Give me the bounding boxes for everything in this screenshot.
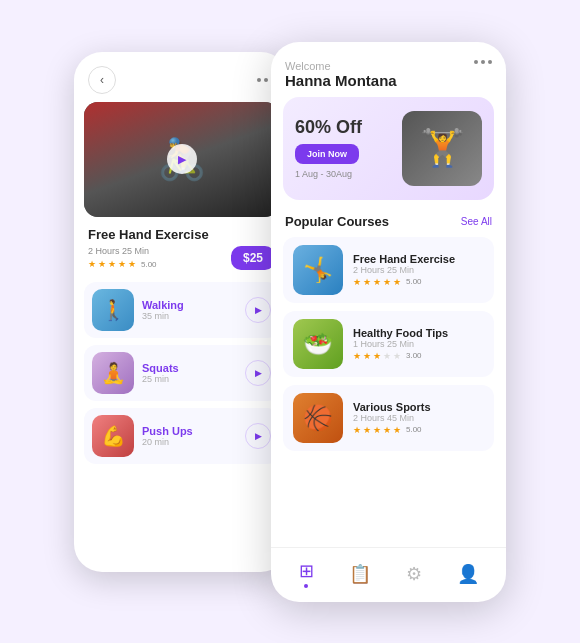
dot2 — [264, 78, 268, 82]
s1: ★ — [353, 277, 361, 287]
user-name: Hanna Montana — [285, 72, 397, 89]
f4: ★ — [383, 351, 391, 361]
nav-active-dot — [304, 584, 308, 588]
right-phone: Welcome Hanna Montana 60% Off Join Now 1… — [271, 42, 506, 602]
home-icon: ⊞ — [299, 560, 314, 582]
promo-content: 60% Off Join Now 1 Aug - 30Aug — [295, 117, 402, 179]
course-name-exercise: Free Hand Exercise — [353, 253, 484, 265]
section-header: Popular Courses See All — [271, 210, 506, 237]
course-name-sports: Various Sports — [353, 401, 484, 413]
exercise-item-walking[interactable]: 🚶 Walking 35 min ▶ — [84, 282, 279, 338]
s3: ★ — [373, 277, 381, 287]
course-thumb-sports: 🏀 — [293, 393, 343, 443]
sp3: ★ — [373, 425, 381, 435]
right-more-options[interactable] — [474, 60, 492, 64]
welcome-text: Welcome — [285, 60, 397, 72]
dot1 — [257, 78, 261, 82]
left-phone-topbar: ‹ — [74, 52, 289, 102]
exercise-info-squats: Squats 25 min — [142, 362, 237, 384]
back-button[interactable]: ‹ — [88, 66, 116, 94]
exercise-duration-pushups: 20 min — [142, 437, 237, 447]
star2: ★ — [98, 259, 106, 269]
settings-icon: ⚙ — [406, 563, 422, 585]
exercise-info-walking: Walking 35 min — [142, 299, 237, 321]
hero-video: ▶ — [84, 102, 279, 217]
nav-home[interactable]: ⊞ — [299, 560, 314, 588]
nav-courses[interactable]: 📋 — [349, 563, 371, 585]
rdot3 — [488, 60, 492, 64]
course-title: Free Hand Exercise — [88, 227, 275, 242]
course-stars-sports: ★ ★ ★ ★ ★ 5.00 — [353, 425, 484, 435]
exercise-thumb-walking: 🚶 — [92, 289, 134, 331]
exercise-info-pushups: Push Ups 20 min — [142, 425, 237, 447]
exercise-play-walking[interactable]: ▶ — [245, 297, 271, 323]
exercise-play-squats[interactable]: ▶ — [245, 360, 271, 386]
promo-image: 🏋️ — [402, 111, 482, 186]
course-item-sports[interactable]: 🏀 Various Sports 2 Hours 45 Min ★ ★ ★ ★ … — [283, 385, 494, 451]
course-details-food: Healthy Food Tips 1 Hours 25 Min ★ ★ ★ ★… — [353, 327, 484, 361]
exercise-name-walking: Walking — [142, 299, 237, 311]
exercise-duration-squats: 25 min — [142, 374, 237, 384]
course-dur-exercise: 2 Hours 25 Min — [353, 265, 484, 275]
rating-value: 5.00 — [141, 260, 157, 269]
sp2: ★ — [363, 425, 371, 435]
header-user-info: Welcome Hanna Montana — [285, 60, 397, 89]
right-header: Welcome Hanna Montana — [271, 42, 506, 97]
see-all-button[interactable]: See All — [461, 216, 492, 227]
course-item-exercise[interactable]: 🤸 Free Hand Exercise 2 Hours 25 Min ★ ★ … — [283, 237, 494, 303]
course-details-exercise: Free Hand Exercise 2 Hours 25 Min ★ ★ ★ … — [353, 253, 484, 287]
hero-image: ▶ — [84, 102, 279, 217]
play-button[interactable]: ▶ — [167, 144, 197, 174]
course-list: 🤸 Free Hand Exercise 2 Hours 25 Min ★ ★ … — [271, 237, 506, 539]
course-details-sports: Various Sports 2 Hours 45 Min ★ ★ ★ ★ ★ … — [353, 401, 484, 435]
left-phone: ‹ ▶ Free Hand Exercise 2 Hours 25 Min ★ … — [74, 52, 289, 572]
course-name-food: Healthy Food Tips — [353, 327, 484, 339]
star4: ★ — [118, 259, 126, 269]
exercise-play-pushups[interactable]: ▶ — [245, 423, 271, 449]
price-badge: $25 — [231, 246, 275, 270]
s5: ★ — [393, 277, 401, 287]
rating-sports: 5.00 — [406, 425, 422, 434]
exercise-duration-walking: 35 min — [142, 311, 237, 321]
course-thumb-food: 🥗 — [293, 319, 343, 369]
course-dur-sports: 2 Hours 45 Min — [353, 413, 484, 423]
nav-profile[interactable]: 👤 — [457, 563, 479, 585]
course-duration: 2 Hours 25 Min — [88, 246, 157, 256]
section-title: Popular Courses — [285, 214, 389, 229]
exercise-thumb-squats: 🧘 — [92, 352, 134, 394]
exercise-thumb-pushups: 💪 — [92, 415, 134, 457]
exercise-item-pushups[interactable]: 💪 Push Ups 20 min ▶ — [84, 408, 279, 464]
sp5: ★ — [393, 425, 401, 435]
join-button[interactable]: Join Now — [295, 144, 359, 164]
sp1: ★ — [353, 425, 361, 435]
course-meta: 2 Hours 25 Min ★ ★ ★ ★ ★ 5.00 $25 — [88, 246, 275, 270]
star3: ★ — [108, 259, 116, 269]
phones-container: ‹ ▶ Free Hand Exercise 2 Hours 25 Min ★ … — [74, 42, 506, 602]
exercise-item-squats[interactable]: 🧘 Squats 25 min ▶ — [84, 345, 279, 401]
course-thumb-exercise: 🤸 — [293, 245, 343, 295]
courses-icon: 📋 — [349, 563, 371, 585]
bottom-nav: ⊞ 📋 ⚙ 👤 — [271, 547, 506, 602]
f5: ★ — [393, 351, 401, 361]
profile-icon: 👤 — [457, 563, 479, 585]
course-stars-food: ★ ★ ★ ★ ★ 3.00 — [353, 351, 484, 361]
rdot1 — [474, 60, 478, 64]
course-info: Free Hand Exercise 2 Hours 25 Min ★ ★ ★ … — [74, 217, 289, 274]
rdot2 — [481, 60, 485, 64]
promo-banner: 60% Off Join Now 1 Aug - 30Aug 🏋️ — [283, 97, 494, 200]
s4: ★ — [383, 277, 391, 287]
sp4: ★ — [383, 425, 391, 435]
course-item-food[interactable]: 🥗 Healthy Food Tips 1 Hours 25 Min ★ ★ ★… — [283, 311, 494, 377]
exercise-list: 🚶 Walking 35 min ▶ 🧘 Squats 25 min ▶ 💪 — [74, 274, 289, 472]
exercise-name-pushups: Push Ups — [142, 425, 237, 437]
s2: ★ — [363, 277, 371, 287]
rating-food: 3.00 — [406, 351, 422, 360]
promo-discount: 60% Off — [295, 117, 402, 138]
nav-settings[interactable]: ⚙ — [406, 563, 422, 585]
f3: ★ — [373, 351, 381, 361]
star5: ★ — [128, 259, 136, 269]
course-stars: ★ ★ ★ ★ ★ 5.00 — [88, 259, 157, 269]
star1: ★ — [88, 259, 96, 269]
rating-exercise: 5.00 — [406, 277, 422, 286]
promo-dates: 1 Aug - 30Aug — [295, 169, 402, 179]
